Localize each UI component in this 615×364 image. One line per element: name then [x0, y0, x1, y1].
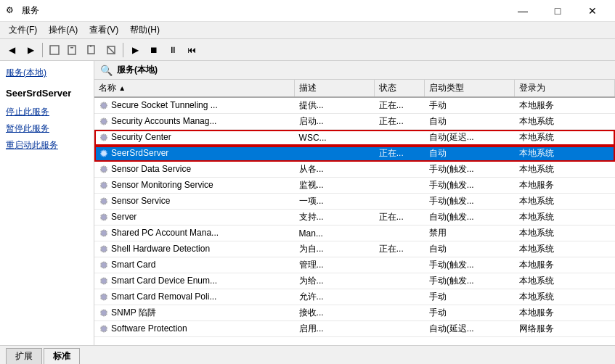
- table-row[interactable]: Security CenterWSC...自动(延迟...本地系统: [94, 130, 615, 146]
- service-desc: [295, 146, 375, 162]
- service-icon: [99, 197, 109, 207]
- services-table-container[interactable]: 名称 ▲ 描述 状态 启动类型 登录为 Secure Socket Tunnel…: [94, 80, 615, 345]
- sidebar-header[interactable]: 服务(本地): [6, 67, 88, 79]
- selected-service-title: SeerSrdServer: [6, 88, 88, 99]
- service-startup: 手动: [425, 97, 515, 114]
- start-button[interactable]: ▶: [126, 41, 144, 59]
- services-table: 名称 ▲ 描述 状态 启动类型 登录为 Secure Socket Tunnel…: [94, 80, 615, 337]
- table-row[interactable]: Server支持...正在...自动(触发...本地系统: [94, 210, 615, 226]
- service-status: 正在...: [375, 114, 425, 130]
- properties-icon: [68, 44, 79, 56]
- col-header-desc[interactable]: 描述: [295, 80, 375, 97]
- service-startup: 自动: [425, 146, 515, 162]
- bottom-bar: 扩展 标准: [0, 345, 615, 364]
- tab-extended[interactable]: 扩展: [6, 348, 42, 364]
- service-login: 本地服务: [515, 257, 615, 273]
- service-login: 本地系统: [515, 226, 615, 241]
- close-button[interactable]: ✕: [576, 0, 609, 22]
- service-status: [375, 273, 425, 289]
- properties-button[interactable]: [65, 41, 82, 59]
- up-icon: [49, 44, 60, 56]
- service-name: Shared PC Account Mana...: [94, 226, 295, 241]
- delete-button[interactable]: [102, 41, 120, 59]
- service-status: [375, 178, 425, 194]
- svg-rect-2: [70, 47, 73, 49]
- app-icon: ⚙: [6, 5, 17, 17]
- service-name: Smart Card: [94, 257, 295, 273]
- svg-rect-0: [50, 46, 59, 54]
- table-row[interactable]: Software Protection启用...自动(延迟...网络服务: [94, 321, 615, 337]
- service-icon: [99, 212, 109, 223]
- service-status: [375, 257, 425, 273]
- table-row[interactable]: Security Accounts Manag...启动...正在...自动本地…: [94, 114, 615, 130]
- content-area: 🔍 服务(本地) 名称 ▲ 描述 状态 启动类型 登录为: [94, 61, 615, 345]
- table-row[interactable]: Sensor Service一项...手动(触发...本地系统: [94, 194, 615, 210]
- restart-service-link[interactable]: 重启动此服务: [6, 139, 88, 152]
- content-header-label: 服务(本地): [117, 64, 158, 76]
- svg-line-6: [107, 46, 115, 54]
- service-startup: 手动(触发...: [425, 257, 515, 273]
- menu-view[interactable]: 查看(V): [84, 22, 124, 38]
- table-row[interactable]: Secure Socket Tunneling ...提供...正在...手动本…: [94, 97, 615, 114]
- new-button[interactable]: [84, 41, 101, 59]
- menu-bar: 文件(F) 操作(A) 查看(V) 帮助(H): [0, 22, 615, 39]
- service-status: [375, 130, 425, 146]
- service-startup: 手动(触发...: [425, 273, 515, 289]
- pause-button[interactable]: ⏸: [164, 41, 182, 59]
- window-controls: — □ ✕: [506, 0, 609, 22]
- service-name: Security Accounts Manag...: [94, 114, 295, 130]
- table-body: Secure Socket Tunneling ...提供...正在...手动本…: [94, 97, 615, 337]
- table-row[interactable]: SNMP 陷阱接收...手动本地服务: [94, 305, 615, 321]
- search-icon: 🔍: [100, 65, 113, 76]
- stop-service-link[interactable]: 停止此服务: [6, 106, 88, 118]
- service-desc: 监视...: [295, 178, 375, 194]
- service-name: Sensor Monitoring Service: [94, 178, 295, 194]
- menu-help[interactable]: 帮助(H): [124, 22, 166, 38]
- tab-standard[interactable]: 标准: [44, 348, 80, 364]
- service-icon: [99, 181, 109, 191]
- service-startup: 自动(延迟...: [425, 321, 515, 337]
- service-status: [375, 321, 425, 337]
- table-row[interactable]: Shell Hardware Detection为自...正在...自动本地系统: [94, 241, 615, 257]
- toolbar-separator-1: [42, 43, 43, 57]
- table-row[interactable]: Smart Card Removal Poli...允许...手动本地系统: [94, 289, 615, 305]
- restart-button[interactable]: ⏮: [183, 41, 200, 59]
- service-name: Smart Card Device Enum...: [94, 273, 295, 289]
- service-status: [375, 289, 425, 305]
- table-row[interactable]: SeerSrdServer正在...自动本地系统: [94, 146, 615, 162]
- service-desc: 允许...: [295, 289, 375, 305]
- service-name: Smart Card Removal Poli...: [94, 289, 295, 305]
- service-login: 本地服务: [515, 97, 615, 114]
- service-login: 网络服务: [515, 321, 615, 337]
- up-button[interactable]: [46, 41, 63, 59]
- menu-file[interactable]: 文件(F): [3, 22, 43, 38]
- col-header-startup[interactable]: 启动类型: [425, 80, 515, 97]
- table-row[interactable]: Smart Card管理...手动(触发...本地服务: [94, 257, 615, 273]
- table-row[interactable]: Sensor Data Service从各...手动(触发...本地系统: [94, 162, 615, 178]
- service-desc: 支持...: [295, 210, 375, 226]
- table-row[interactable]: Sensor Monitoring Service监视...手动(触发...本地…: [94, 178, 615, 194]
- forward-button[interactable]: ▶: [22, 41, 39, 59]
- col-header-name[interactable]: 名称 ▲: [94, 80, 295, 97]
- pause-service-link[interactable]: 暂停此服务: [6, 123, 88, 135]
- service-icon: [99, 292, 109, 302]
- service-login: 本地服务: [515, 178, 615, 194]
- stop-button[interactable]: ⏹: [145, 41, 163, 59]
- service-login: 本地服务: [515, 305, 615, 321]
- minimize-button[interactable]: —: [506, 0, 539, 22]
- maximize-button[interactable]: □: [541, 0, 574, 22]
- col-header-login[interactable]: 登录为: [515, 80, 615, 97]
- table-row[interactable]: Shared PC Account Mana...Man...禁用本地系统: [94, 226, 615, 241]
- service-login: 本地系统: [515, 194, 615, 210]
- service-icon: [99, 101, 109, 111]
- service-login: 本地系统: [515, 146, 615, 162]
- table-row[interactable]: Smart Card Device Enum...为给...手动(触发...本地…: [94, 273, 615, 289]
- service-startup: 自动(延迟...: [425, 130, 515, 146]
- menu-action[interactable]: 操作(A): [43, 22, 84, 38]
- service-status: 正在...: [375, 210, 425, 226]
- col-header-status[interactable]: 状态: [375, 80, 425, 97]
- main-layout: 服务(本地) SeerSrdServer 停止此服务 暂停此服务 重启动此服务 …: [0, 61, 615, 345]
- service-startup: 手动: [425, 289, 515, 305]
- back-button[interactable]: ◀: [3, 41, 20, 59]
- service-icon: [99, 324, 109, 334]
